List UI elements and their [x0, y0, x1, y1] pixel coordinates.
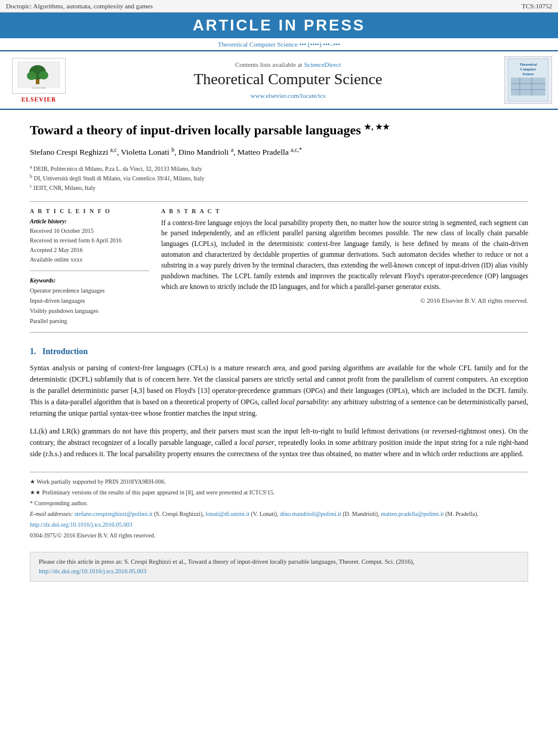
svg-text:ELSEVIER: ELSEVIER [32, 87, 46, 90]
keyword-2: Input-driven languages [30, 296, 149, 306]
intro-heading: 1. Introduction [30, 347, 528, 357]
journal-link-line: Theoretical Computer Science ••• (••••) … [0, 38, 558, 50]
article-info-section: A R T I C L E I N F O Article history: R… [30, 208, 149, 265]
elsevier-wordmark: ELSEVIER [21, 96, 57, 103]
bottom-citation: Please cite this article in press as: S.… [30, 552, 528, 582]
elsevier-logo-graphic: ELSEVIER [12, 58, 66, 94]
svg-text:Computer: Computer [520, 67, 537, 71]
intro-paragraph-2: LL(k) and LR(k) grammars do not have thi… [30, 426, 528, 460]
logo-left: ELSEVIER ELSEVIER [6, 58, 72, 103]
keyword-4: Parallel parsing [30, 316, 149, 326]
abstract-section: A B S T R A C T If a context-free langua… [161, 208, 528, 305]
affiliation-c-text: IEIIT, CNR, Milano, Italy [33, 185, 95, 192]
affiliation-a: a DEIB, Politecnico di Milano, P.za L. d… [30, 164, 528, 173]
main-content: Toward a theory of input-driven locally … [0, 110, 558, 594]
divider-2 [30, 332, 528, 333]
algorithm-text: algorithm [94, 398, 122, 406]
introduction-section: 1. Introduction Syntax analysis or parsi… [30, 347, 528, 460]
sciencedirect-link[interactable]: ScienceDirect [304, 61, 341, 68]
keywords-title: Keywords: [30, 277, 149, 284]
journal-header: ELSEVIER ELSEVIER Contents lists availab… [0, 50, 558, 110]
tcs-id-label: TCS:10752 [522, 2, 552, 10]
elsevier-tree-svg: ELSEVIER [15, 59, 63, 92]
citation-doi-link[interactable]: http://dx.doi.org/10.1016/j.tcs.2016.05.… [39, 568, 146, 574]
tcs-logo-right: Theoretical Computer Science [504, 56, 552, 104]
footnote-star2-text: ★★ Preliminary versions of the results o… [30, 489, 275, 496]
divider-1 [30, 201, 528, 202]
intro-section-title: Introduction [42, 347, 88, 356]
svg-text:Theoretical: Theoretical [519, 63, 537, 66]
sciencedirect-line: Contents lists available at ScienceDirec… [72, 61, 504, 68]
authors-line: Stefano Crespi Reghizzi a,c, Violetta Lo… [30, 145, 528, 159]
authors-text: Stefano Crespi Reghizzi a,c, Violetta Lo… [30, 147, 302, 156]
article-in-press-label: ARTICLE IN PRESS [193, 16, 365, 34]
license-line: 0304-3975/© 2016 Elsevier B.V. All right… [30, 531, 528, 540]
doi-line: http://dx.doi.org/10.1016/j.tcs.2016.05.… [30, 520, 528, 529]
email-name-4: (M. Pradella). [445, 511, 479, 517]
article-meta-section: A R T I C L E I N F O Article history: R… [30, 208, 528, 326]
article-history-title: Article history: [30, 218, 149, 225]
email-label: E-mail addresses: [30, 511, 75, 517]
article-info-title: A R T I C L E I N F O [30, 208, 149, 214]
svg-point-3 [27, 72, 36, 80]
divider-keywords [30, 271, 149, 271]
copyright-line: © 2016 Elsevier B.V. All rights reserved… [161, 297, 528, 304]
journal-center-info: Contents lists available at ScienceDirec… [72, 61, 504, 99]
email-name-2: (V. Lonati), [251, 511, 280, 517]
email-link-3[interactable]: dino.mandrioli@polimi.it [280, 511, 341, 517]
affiliations: a DEIB, Politecnico di Milano, P.za L. d… [30, 164, 528, 193]
tcs-journal-logo-svg: Theoretical Computer Science [508, 59, 548, 102]
article-title-text: Toward a theory of input-driven locally … [30, 122, 361, 137]
abstract-title: A B S T R A C T [161, 208, 528, 214]
svg-point-4 [39, 71, 48, 79]
intro-paragraph-1: Syntax analysis or parsing of context-fr… [30, 362, 528, 420]
available-online: Available online xxxx [30, 255, 149, 265]
accepted-date: Accepted 2 May 2016 [30, 245, 149, 255]
article-in-press-banner: ARTICLE IN PRESS [0, 13, 558, 38]
footnote-star3: * Corresponding author. [30, 499, 528, 508]
article-title: Toward a theory of input-driven locally … [30, 122, 528, 139]
footnote-star3-text: * Corresponding author. [30, 500, 88, 506]
email-link-2[interactable]: lonati@di.unimi.it [205, 511, 249, 517]
svg-text:Science: Science [523, 72, 534, 76]
email-name-1: (S. Crespi Reghizzi), [154, 511, 205, 517]
top-banner: Doctopic: Algorithms, automata, complexi… [0, 0, 558, 13]
abstract-col: A B S T R A C T If a context-free langua… [161, 208, 528, 326]
footnote-star2: ★★ Preliminary versions of the results o… [30, 488, 528, 497]
title-stars: ★, ★★ [364, 122, 390, 131]
intro-section-number: 1. [30, 347, 36, 356]
affiliation-b: b DI, Università degli Studi di Milano, … [30, 173, 528, 183]
footnote-star1: ★ Work partially supported by PRIN 2010I… [30, 477, 528, 486]
doctopic-label: Doctopic: Algorithms, automata, complexi… [6, 2, 153, 10]
keyword-3: Visibly pushdown languages [30, 306, 149, 316]
abstract-text: If a context-free language enjoys the lo… [161, 218, 528, 293]
footnotes-section: ★ Work partially supported by PRIN 2010I… [30, 472, 528, 540]
journal-reference-text: Theoretical Computer Science ••• (••••) … [218, 41, 340, 48]
email-link-4[interactable]: matteo.pradella@polimi.it [381, 511, 443, 517]
keywords-section: Keywords: Operator precedence languages … [30, 277, 149, 326]
doi-link[interactable]: http://dx.doi.org/10.1016/j.tcs.2016.05.… [30, 521, 132, 528]
received-revised-date: Received in revised form 6 April 2016 [30, 236, 149, 245]
footnote-star1-text: ★ Work partially supported by PRIN 2010I… [30, 478, 166, 485]
license-text: 0304-3975/© 2016 Elsevier B.V. All right… [30, 532, 155, 539]
svg-rect-10 [511, 78, 545, 96]
email-link-1[interactable]: stefano.crespireghizzi@polimi.it [75, 511, 153, 517]
article-info-col: A R T I C L E I N F O Article history: R… [30, 208, 149, 326]
email-name-3: (D. Mandrioli), [343, 511, 381, 517]
received-date: Received 16 October 2015 [30, 226, 149, 236]
footnote-emails: E-mail addresses: stefano.crespireghizzi… [30, 509, 528, 518]
journal-title: Theoretical Computer Science [72, 70, 504, 88]
affiliation-c: c IEIIT, CNR, Milano, Italy [30, 183, 528, 192]
keyword-1: Operator precedence languages [30, 285, 149, 296]
journal-url: www.elsevier.com/locate/tcs [72, 92, 504, 99]
contents-label: Contents lists available at [235, 61, 304, 68]
affiliation-a-text: DEIB, Politecnico di Milano, P.za L. da … [33, 165, 202, 172]
citation-please-text: Please cite this article in press as: S.… [39, 558, 414, 565]
affiliation-b-text: DI, Università degli Studi di Milano, vi… [34, 175, 205, 182]
